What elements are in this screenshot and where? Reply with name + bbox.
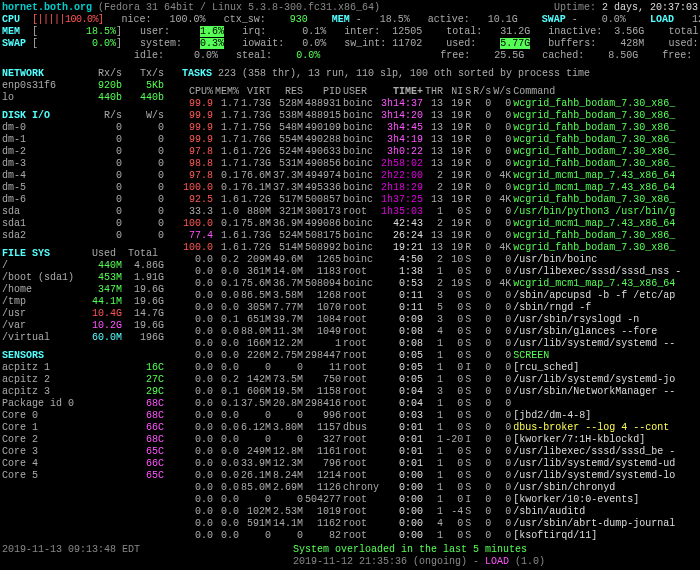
filesys-row: /tmp 44.1M 19.6G (2, 296, 174, 308)
swap-label: SWAP (542, 14, 566, 25)
process-row: 100.00.176.1M37.3M495336boinc 2h18:29219… (182, 182, 682, 194)
process-row: 33.31.0880M321M300173root 1h35:0310S00/u… (182, 206, 682, 218)
diskio-row: sda 0 0 (2, 206, 174, 218)
footer-msg: System overloaded in the last 5 minutes (293, 544, 527, 555)
process-row: 0.00.000504277root 0:0010I00[kworker/10:… (182, 494, 682, 506)
footer: 2019-11-13 09:13:48 EDT System overloade… (2, 544, 698, 568)
sensor-row: Core 5 65C (2, 470, 174, 482)
os-version: (Fedora 31 64bit / Linux 5.3.8-300.fc31.… (98, 2, 380, 13)
process-row: 97.80.176.6M37.3M494974boinc 2h22:00219R… (182, 170, 682, 182)
diskio-row: dm-6 0 0 (2, 194, 174, 206)
process-row: 0.00.0305M7.77M1070root 0:1150S00/sbin/r… (182, 302, 682, 314)
mem-label: MEM (332, 14, 350, 25)
process-row: 99.91.71.73G538M488915boinc 3h14:201319R… (182, 110, 682, 122)
process-row: 98.81.71.73G531M490856boinc 2h58:021319R… (182, 158, 682, 170)
process-row: 0.00.088.0M11.3M1049root 0:0840S00/usr/s… (182, 326, 682, 338)
cpu-bar: [|||||100.0%] (32, 14, 104, 25)
process-row: 0.00.086.5M3.58M1268root 0:1130S00/sbin/… (182, 290, 682, 302)
process-row: 0.00.085.0M2.69M1126chrony 0:0010S00/usr… (182, 482, 682, 494)
filesys-row: /home 347M 19.6G (2, 284, 174, 296)
diskio-row: dm-1 0 0 (2, 134, 174, 146)
stats-row-1: CPU [|||||100.0%] nice: 100.0% ctx_sw: 9… (2, 14, 698, 26)
diskio-label: DISK I/O (2, 110, 50, 121)
process-row: 0.00.1651M39.7M1084root 0:0930S00/usr/sb… (182, 314, 682, 326)
process-row: 0.00.0102M2.53M1019root 0:001-4S00/sbin/… (182, 506, 682, 518)
diskio-row: sda2 0 0 (2, 230, 174, 242)
filesys-row: /var 10.2G 19.6G (2, 320, 174, 332)
diskio-row: dm-0 0 0 (2, 122, 174, 134)
sensors-label: SENSORS (2, 350, 44, 361)
process-row: 92.51.61.72G517M500857boinc 1h37:251319R… (182, 194, 682, 206)
process-row: 97.81.61.72G524M490633boinc 3h0:221319R0… (182, 146, 682, 158)
process-row: 0.00.033.9M12.3M796root 0:0110S00/usr/li… (182, 458, 682, 470)
sensor-row: acpitz 2 27C (2, 374, 174, 386)
diskio-row: sda1 0 0 (2, 218, 174, 230)
process-row: 99.91.71.73G528M488931boinc 3h14:371319R… (182, 98, 682, 110)
filesys-label: FILE SYS (2, 248, 50, 259)
process-row: 99.91.71.75G548M490109boinc 3h4:451319R0… (182, 122, 682, 134)
process-row: 0.00.000327root 0:011-20I00[kworker/7:1H… (182, 434, 682, 446)
process-row: 0.00.0226M2.75M298447root 0:0510S00SCREE… (182, 350, 682, 362)
process-row: 0.00.1606M19.5M1158root 0:0430S00/usr/sb… (182, 386, 682, 398)
process-row: 99.91.71.76G554M490288boinc 3h4:191319R0… (182, 134, 682, 146)
filesys-row: /usr 10.4G 14.7G (2, 308, 174, 320)
process-row: 100.01.61.72G514M508992boinc 19:211319R0… (182, 242, 682, 254)
process-row: 77.41.61.73G524M508175boinc 26:241319R00… (182, 230, 682, 242)
tasks-summary: TASKS 223 (358 thr), 13 run, 110 slp, 10… (182, 68, 698, 80)
process-row: 0.00.06.12M3.80M1157dbus 0:0110S00dbus-b… (182, 422, 682, 434)
load-label: LOAD (650, 14, 674, 25)
process-row: 0.00.0361M14.0M1183root 1:3810S00/usr/li… (182, 266, 682, 278)
uptime-value: 2 days, 20:37:03 (602, 2, 698, 13)
sensor-row: acpitz 3 29C (2, 386, 174, 398)
stats-row-2: MEM [ 18.5%] user: 1.6% irq: 0.1% inter:… (2, 26, 698, 38)
process-row: 0.00.0166M12.2M1root 0:0810S00/usr/lib/s… (182, 338, 682, 350)
process-row: 100.00.175.8M36.9M499086boinc 42:43219R0… (182, 218, 682, 230)
filesys-row: /virtual 60.0M 196G (2, 332, 174, 344)
stats-row-3: SWAP [ 0.0%] system: 0.3% iowait: 0.0% s… (2, 38, 698, 50)
process-table: CPU% MEM% VIRT RES PID USER TIME+ THR NI… (182, 86, 682, 542)
process-row: 0.00.137.5M20.8M298416root 0:0410S00 (182, 398, 682, 410)
sensor-row: Core 3 65C (2, 446, 174, 458)
process-row: 0.00.2142M73.5M750root 0:0510S00/usr/lib… (182, 374, 682, 386)
stats-row-4: idle: 0.0% steal: 0.0% free: 25.5G cache… (2, 50, 698, 62)
diskio-row: dm-3 0 0 (2, 158, 174, 170)
hostname: hornet.both.org (2, 2, 92, 13)
process-header: CPU% MEM% VIRT RES PID USER TIME+ THR NI… (182, 86, 682, 98)
sensor-row: Core 4 66C (2, 458, 174, 470)
diskio-row: dm-2 0 0 (2, 146, 174, 158)
network-label: NETWORK (2, 68, 44, 79)
sensor-row: Core 1 66C (2, 422, 174, 434)
process-row: 0.00.00011root 0:0510I00[rcu_sched] (182, 362, 682, 374)
sensor-row: acpitz 1 16C (2, 362, 174, 374)
uptime-label: Uptime: (554, 2, 596, 13)
process-row: 0.00.000996root 0:0310S00[jbd2/dm-4-8] (182, 410, 682, 422)
footer-ts-left: 2019-11-13 09:13:48 EDT (2, 544, 140, 568)
process-row: 0.00.00082root 0:0010S00[ksoftirqd/11] (182, 530, 682, 542)
process-row: 0.00.0249M12.8M1161root 0:0110S00/usr/li… (182, 446, 682, 458)
process-row: 0.00.026.1M8.24M1214root 0:0010S00/usr/l… (182, 470, 682, 482)
sensor-row: Package id 0 68C (2, 398, 174, 410)
process-row: 0.00.0591M14.1M1162root 0:0040S00/usr/sb… (182, 518, 682, 530)
filesys-row: /boot (sda1) 453M 1.91G (2, 272, 174, 284)
sensor-row: Core 0 68C (2, 410, 174, 422)
sensor-row: Core 2 68C (2, 434, 174, 446)
topbar: hornet.both.org (Fedora 31 64bit / Linux… (2, 2, 698, 14)
process-row: 0.00.2209M49.6M1265boinc 4:50210S00/usr/… (182, 254, 682, 266)
diskio-row: dm-5 0 0 (2, 182, 174, 194)
cpu-label: CPU (2, 14, 20, 25)
process-row: 0.00.175.6M36.7M508094boinc 0:53219S04Kw… (182, 278, 682, 290)
network-row: lo 440b 440b (2, 92, 174, 104)
network-row: enp0s31f6 920b 5Kb (2, 80, 174, 92)
diskio-row: dm-4 0 0 (2, 170, 174, 182)
filesys-row: / 440M 4.86G (2, 260, 174, 272)
